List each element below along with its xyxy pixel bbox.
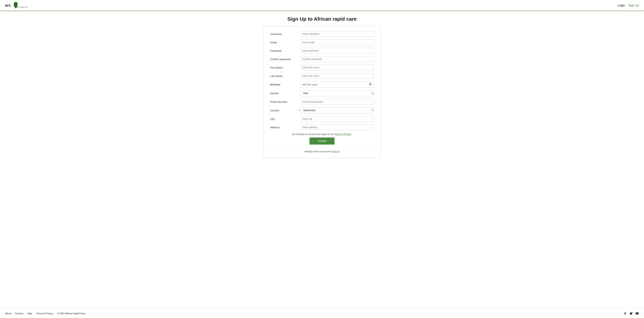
username-label: Username: [270,32,300,36]
first-name-row: First Name: [270,65,374,70]
main-content: Sign Up to African rapid care Username: … [0,11,644,309]
main-nav: Login Sign Up [618,4,639,7]
birthdate-label: Birthdate: [270,83,300,86]
gender-label: Gender: [270,92,300,95]
signin-text: Already have an account? [304,150,332,153]
country-wrapper: * Afghanistan Albania Algeria Nigeria So… [300,107,374,113]
username-input[interactable] [300,31,374,37]
gender-row: Gender: Male Female Other [270,90,374,96]
phone-row: Phone Number: [270,99,374,104]
first-name-label: First Name: [270,66,300,69]
address-label: Address: [270,126,300,129]
footer: About Contact Help Terms & Privacy © 202… [0,309,644,318]
phone-label: Phone Number: [270,100,300,103]
last-name-label: Last Name: [270,74,300,78]
email-row: Email: [270,40,374,45]
city-row: City: [270,116,374,122]
footer-links: About Contact Help Terms & Privacy © 202… [5,312,85,315]
email-input[interactable] [300,40,374,45]
terms-privacy-link[interactable]: Terms & Privacy [334,133,351,136]
birthdate-row: Birthdate: [270,82,374,88]
required-star: * [298,109,299,112]
footer-contact-link[interactable]: Contact [15,312,23,315]
header: arc African Rapid Care Login Sign Up [0,0,644,11]
page-title: Sign Up to African rapid care [287,16,356,22]
signin-row: Already have an account? Sign in [270,147,374,153]
terms-row: By creating an account you agree to our … [270,133,374,136]
country-label: Country: [270,109,300,112]
submit-row: Submit [270,138,374,144]
facebook-icon[interactable] [623,312,627,315]
city-label: City: [270,118,300,120]
nav-login-link[interactable]: Login [618,4,625,7]
phone-input[interactable] [300,99,374,104]
terms-period: . [351,133,352,136]
nav-signup-link[interactable]: Sign Up [628,4,639,7]
logo-subtitle: African Rapid Care [15,6,28,8]
footer-terms-link[interactable]: Terms & Privacy [36,312,53,315]
email-label: Email: [270,41,300,44]
password-input[interactable] [300,48,374,54]
confirm-password-input[interactable] [300,56,374,62]
last-name-row: Last Name: [270,73,374,79]
last-name-input[interactable] [300,73,374,79]
footer-copyright: © 2022 African Rapid Care [57,312,85,315]
country-select[interactable]: Afghanistan Albania Algeria Nigeria Sout… [300,107,374,113]
first-name-input[interactable] [300,65,374,70]
password-label: Password: [270,49,300,52]
country-row: Country: * Afghanistan Albania Algeria N… [270,107,374,113]
signup-form-card: Username: Email: Password: Confirm passw… [263,26,381,158]
footer-about-link[interactable]: About [5,312,11,315]
password-row: Password: [270,48,374,54]
username-row: Username: [270,31,374,37]
youtube-icon[interactable] [635,312,639,315]
address-row: Address: [270,124,374,130]
twitter-icon[interactable] [629,312,633,315]
gender-select[interactable]: Male Female Other [300,90,374,96]
confirm-password-row: Confirm password: [270,56,374,62]
signin-link[interactable]: Sign in [332,150,340,153]
birthdate-input[interactable] [300,82,374,88]
africa-logo-icon [12,2,20,9]
footer-social [623,312,639,315]
confirm-password-label: Confirm password: [270,58,300,60]
city-input[interactable] [300,116,374,122]
address-input[interactable] [300,124,374,130]
footer-help-link[interactable]: Help [27,312,32,315]
logo-text: arc [5,3,11,8]
terms-text: By creating an account you agree to our [292,133,334,136]
submit-button[interactable]: Submit [310,138,335,144]
logo: arc African Rapid Care [5,2,33,9]
